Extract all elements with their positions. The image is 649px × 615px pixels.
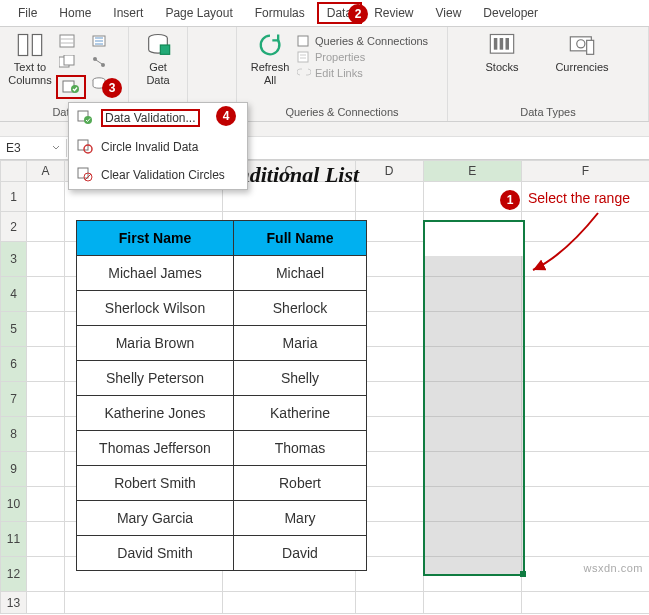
- table-cell-first-name: Shelly Peterson: [77, 361, 234, 396]
- table-cell-full-name: Katherine: [234, 396, 367, 431]
- annotation-select-range: Select the range: [528, 190, 630, 206]
- flash-fill-button[interactable]: [56, 31, 78, 51]
- cell[interactable]: [27, 182, 65, 212]
- svg-rect-1: [32, 35, 41, 56]
- col-header-E[interactable]: E: [423, 161, 521, 182]
- header-first-name: First Name: [77, 221, 234, 256]
- tab-developer[interactable]: Developer: [473, 2, 548, 24]
- table-cell-full-name: David: [234, 536, 367, 571]
- cell[interactable]: [27, 522, 65, 557]
- data-table: First Name Full Name Michael JamesMichae…: [76, 220, 367, 571]
- data-validation-icon: [62, 80, 80, 94]
- row-header[interactable]: 11: [1, 522, 27, 557]
- data-validation-split-button[interactable]: [56, 75, 86, 99]
- cell[interactable]: [27, 452, 65, 487]
- row-header[interactable]: 9: [1, 452, 27, 487]
- remove-duplicates-icon: [59, 55, 75, 69]
- worksheet-grid[interactable]: A B C D E F 12345678910111213 Creating C…: [0, 160, 649, 614]
- get-data-label: Get Data: [146, 61, 169, 86]
- cell[interactable]: [521, 312, 649, 347]
- chevron-down-icon: [52, 144, 60, 152]
- tab-formulas[interactable]: Formulas: [245, 2, 315, 24]
- row-header[interactable]: 5: [1, 312, 27, 347]
- table-cell-full-name: Thomas: [234, 431, 367, 466]
- stocks-data-type-button[interactable]: Stocks: [472, 31, 532, 74]
- cell[interactable]: [355, 592, 423, 614]
- row-header[interactable]: 10: [1, 487, 27, 522]
- row-header[interactable]: 2: [1, 212, 27, 242]
- cell[interactable]: [27, 312, 65, 347]
- consolidate-button[interactable]: [88, 31, 110, 51]
- svg-rect-12: [160, 45, 169, 54]
- row-header[interactable]: 4: [1, 277, 27, 312]
- refresh-all-button[interactable]: Refresh All: [243, 31, 297, 86]
- tab-insert[interactable]: Insert: [103, 2, 153, 24]
- col-header-A[interactable]: A: [27, 161, 65, 182]
- get-data-icon: [144, 31, 172, 59]
- selected-range[interactable]: [423, 220, 525, 576]
- row-header[interactable]: 13: [1, 592, 27, 614]
- refresh-all-label: Refresh All: [251, 61, 290, 86]
- circle-invalid-icon: [77, 139, 93, 155]
- row-header[interactable]: 3: [1, 242, 27, 277]
- cell[interactable]: [521, 452, 649, 487]
- group-label-datatypes: Data Types: [448, 106, 648, 121]
- row-header[interactable]: 8: [1, 417, 27, 452]
- cell[interactable]: [27, 347, 65, 382]
- badge-1: 1: [500, 190, 520, 210]
- menu-item-clear-circles[interactable]: Clear Validation Circles: [69, 161, 247, 189]
- row-header[interactable]: 7: [1, 382, 27, 417]
- cell[interactable]: [423, 592, 521, 614]
- cell[interactable]: [27, 487, 65, 522]
- tab-review[interactable]: Review: [364, 2, 423, 24]
- row-header[interactable]: 1: [1, 182, 27, 212]
- remove-duplicates-button[interactable]: [56, 52, 78, 72]
- cell[interactable]: [27, 277, 65, 312]
- queries-connections-icon: [297, 34, 311, 48]
- table-cell-first-name: Sherlock Wilson: [77, 291, 234, 326]
- edit-links-button: Edit Links: [297, 65, 428, 81]
- tab-file[interactable]: File: [8, 2, 47, 24]
- text-to-columns-icon: [16, 31, 44, 59]
- svg-rect-14: [298, 52, 308, 62]
- annotation-arrow: [528, 208, 608, 278]
- name-box[interactable]: E3: [0, 139, 67, 157]
- tab-page-layout[interactable]: Page Layout: [155, 2, 242, 24]
- cell[interactable]: [27, 592, 65, 614]
- col-header-F[interactable]: F: [521, 161, 649, 182]
- cell[interactable]: [27, 417, 65, 452]
- cell[interactable]: [223, 592, 355, 614]
- cell[interactable]: [27, 557, 65, 592]
- relationships-button[interactable]: [88, 52, 110, 72]
- queries-connections-button[interactable]: Queries & Connections: [297, 33, 428, 49]
- cell[interactable]: [27, 242, 65, 277]
- get-data-button[interactable]: Get Data: [135, 31, 181, 86]
- cell[interactable]: [27, 212, 65, 242]
- row-header[interactable]: 6: [1, 347, 27, 382]
- table-cell-first-name: Michael James: [77, 256, 234, 291]
- cell[interactable]: [65, 592, 223, 614]
- cell[interactable]: [521, 522, 649, 557]
- flash-fill-icon: [59, 34, 75, 48]
- cell[interactable]: [521, 277, 649, 312]
- select-all-corner[interactable]: [1, 161, 27, 182]
- currencies-icon: [568, 31, 596, 59]
- svg-rect-16: [494, 38, 498, 50]
- watermark: wsxdn.com: [583, 562, 643, 574]
- cell[interactable]: [27, 382, 65, 417]
- menu-item-circle-invalid[interactable]: Circle Invalid Data: [69, 133, 247, 161]
- badge-3: 3: [102, 78, 122, 98]
- data-validation-icon: [77, 110, 93, 126]
- active-cell[interactable]: [425, 222, 523, 256]
- cell[interactable]: [521, 592, 649, 614]
- text-to-columns-button[interactable]: Text to Columns: [6, 31, 54, 86]
- svg-rect-4: [64, 55, 74, 65]
- row-header[interactable]: 12: [1, 557, 27, 592]
- cell[interactable]: [521, 487, 649, 522]
- currencies-data-type-button[interactable]: Currencies: [550, 31, 614, 74]
- cell[interactable]: [521, 347, 649, 382]
- tab-view[interactable]: View: [426, 2, 472, 24]
- cell[interactable]: [521, 382, 649, 417]
- tab-home[interactable]: Home: [49, 2, 101, 24]
- cell[interactable]: [521, 417, 649, 452]
